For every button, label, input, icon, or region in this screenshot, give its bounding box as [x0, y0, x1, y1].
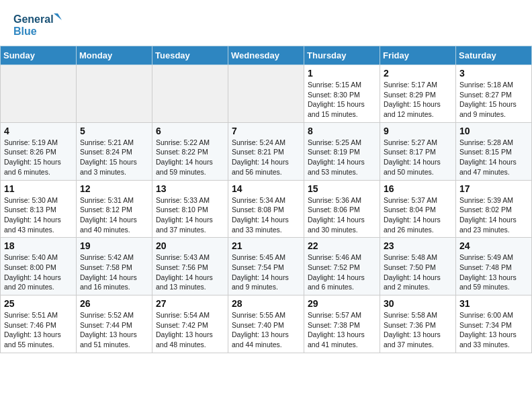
- calendar-day-cell: 11Sunrise: 5:30 AMSunset: 8:13 PMDayligh…: [1, 180, 77, 238]
- day-number: 20: [156, 240, 224, 251]
- svg-marker-1: [54, 13, 62, 20]
- day-info: Sunrise: 5:52 AMSunset: 7:44 PMDaylight:…: [80, 310, 148, 350]
- calendar-day-cell: 30Sunrise: 5:58 AMSunset: 7:36 PMDayligh…: [380, 295, 456, 353]
- logo: GeneralBlue: [13, 11, 67, 40]
- calendar-day-cell: 12Sunrise: 5:31 AMSunset: 8:12 PMDayligh…: [77, 180, 152, 238]
- day-number: 9: [384, 126, 452, 136]
- day-number: 18: [4, 240, 73, 251]
- calendar-day-cell: 18Sunrise: 5:40 AMSunset: 8:00 PMDayligh…: [1, 238, 77, 295]
- day-number: 28: [232, 298, 300, 309]
- calendar-day-cell: 1Sunrise: 5:15 AMSunset: 8:30 PMDaylight…: [304, 65, 380, 123]
- day-info: Sunrise: 5:30 AMSunset: 8:13 PMDaylight:…: [4, 195, 73, 235]
- calendar-day-cell: 25Sunrise: 5:51 AMSunset: 7:46 PMDayligh…: [1, 295, 77, 353]
- day-info: Sunrise: 5:24 AMSunset: 8:21 PMDaylight:…: [232, 138, 300, 177]
- day-number: 22: [308, 240, 376, 251]
- calendar-week-row: 11Sunrise: 5:30 AMSunset: 8:13 PMDayligh…: [1, 180, 532, 238]
- weekday-header: Saturday: [456, 46, 532, 65]
- day-number: 12: [80, 183, 148, 194]
- day-number: 4: [4, 126, 73, 136]
- day-info: Sunrise: 5:21 AMSunset: 8:24 PMDaylight:…: [80, 138, 148, 177]
- day-info: Sunrise: 5:48 AMSunset: 7:50 PMDaylight:…: [384, 253, 452, 292]
- calendar-day-cell: 14Sunrise: 5:34 AMSunset: 8:08 PMDayligh…: [228, 180, 304, 238]
- weekday-header: Wednesday: [228, 46, 304, 65]
- calendar-day-cell: [1, 65, 77, 123]
- day-number: 15: [308, 183, 376, 194]
- day-number: 5: [80, 126, 148, 136]
- calendar-day-cell: [77, 65, 152, 123]
- calendar-day-cell: 13Sunrise: 5:33 AMSunset: 8:10 PMDayligh…: [152, 180, 228, 238]
- weekday-header: Thursday: [304, 46, 380, 65]
- day-info: Sunrise: 5:51 AMSunset: 7:46 PMDaylight:…: [4, 310, 73, 350]
- calendar-day-cell: 7Sunrise: 5:24 AMSunset: 8:21 PMDaylight…: [228, 122, 304, 180]
- day-number: 14: [232, 183, 300, 194]
- calendar-day-cell: 31Sunrise: 6:00 AMSunset: 7:34 PMDayligh…: [456, 295, 532, 353]
- day-info: Sunrise: 5:40 AMSunset: 8:00 PMDaylight:…: [4, 253, 73, 292]
- day-info: Sunrise: 5:31 AMSunset: 8:12 PMDaylight:…: [80, 195, 148, 235]
- day-info: Sunrise: 6:00 AMSunset: 7:34 PMDaylight:…: [459, 310, 528, 350]
- day-number: 25: [4, 298, 73, 309]
- day-info: Sunrise: 5:39 AMSunset: 8:02 PMDaylight:…: [459, 195, 528, 235]
- day-number: 13: [156, 183, 224, 194]
- day-info: Sunrise: 5:57 AMSunset: 7:38 PMDaylight:…: [308, 310, 376, 350]
- day-number: 27: [156, 298, 224, 309]
- day-info: Sunrise: 5:42 AMSunset: 7:58 PMDaylight:…: [80, 253, 148, 292]
- weekday-header: Sunday: [1, 46, 77, 65]
- calendar-day-cell: 21Sunrise: 5:45 AMSunset: 7:54 PMDayligh…: [228, 238, 304, 295]
- calendar-day-cell: 9Sunrise: 5:27 AMSunset: 8:17 PMDaylight…: [380, 122, 456, 180]
- calendar-day-cell: 2Sunrise: 5:17 AMSunset: 8:29 PMDaylight…: [380, 65, 456, 123]
- calendar-day-cell: 26Sunrise: 5:52 AMSunset: 7:44 PMDayligh…: [77, 295, 152, 353]
- day-info: Sunrise: 5:34 AMSunset: 8:08 PMDaylight:…: [232, 195, 300, 235]
- calendar-day-cell: 17Sunrise: 5:39 AMSunset: 8:02 PMDayligh…: [456, 180, 532, 238]
- calendar-week-row: 4Sunrise: 5:19 AMSunset: 8:26 PMDaylight…: [1, 122, 532, 180]
- calendar-day-cell: [152, 65, 228, 123]
- calendar-week-row: 25Sunrise: 5:51 AMSunset: 7:46 PMDayligh…: [1, 295, 532, 353]
- calendar-day-cell: 28Sunrise: 5:55 AMSunset: 7:40 PMDayligh…: [228, 295, 304, 353]
- calendar-day-cell: 8Sunrise: 5:25 AMSunset: 8:19 PMDaylight…: [304, 122, 380, 180]
- calendar-day-cell: 5Sunrise: 5:21 AMSunset: 8:24 PMDaylight…: [77, 122, 152, 180]
- calendar-day-cell: 4Sunrise: 5:19 AMSunset: 8:26 PMDaylight…: [1, 122, 77, 180]
- logo-icon: GeneralBlue: [13, 11, 67, 40]
- calendar-day-cell: 15Sunrise: 5:36 AMSunset: 8:06 PMDayligh…: [304, 180, 380, 238]
- day-info: Sunrise: 5:45 AMSunset: 7:54 PMDaylight:…: [232, 253, 300, 292]
- day-number: 7: [232, 126, 300, 136]
- day-info: Sunrise: 5:28 AMSunset: 8:15 PMDaylight:…: [459, 138, 528, 177]
- day-info: Sunrise: 5:37 AMSunset: 8:04 PMDaylight:…: [384, 195, 452, 235]
- svg-text:General: General: [13, 13, 54, 25]
- day-info: Sunrise: 5:18 AMSunset: 8:27 PMDaylight:…: [459, 80, 528, 120]
- day-number: 26: [80, 298, 148, 309]
- day-number: 2: [384, 68, 452, 79]
- day-number: 29: [308, 298, 376, 309]
- day-info: Sunrise: 5:22 AMSunset: 8:22 PMDaylight:…: [156, 138, 224, 177]
- day-number: 11: [4, 183, 73, 194]
- calendar-day-cell: [228, 65, 304, 123]
- day-number: 31: [459, 298, 528, 309]
- day-number: 10: [459, 126, 528, 136]
- calendar-day-cell: 3Sunrise: 5:18 AMSunset: 8:27 PMDaylight…: [456, 65, 532, 123]
- day-info: Sunrise: 5:25 AMSunset: 8:19 PMDaylight:…: [308, 138, 376, 177]
- calendar-week-row: 18Sunrise: 5:40 AMSunset: 8:00 PMDayligh…: [1, 238, 532, 295]
- calendar-day-cell: 29Sunrise: 5:57 AMSunset: 7:38 PMDayligh…: [304, 295, 380, 353]
- day-number: 17: [459, 183, 528, 194]
- day-info: Sunrise: 5:58 AMSunset: 7:36 PMDaylight:…: [384, 310, 452, 350]
- day-number: 24: [459, 240, 528, 251]
- day-info: Sunrise: 5:17 AMSunset: 8:29 PMDaylight:…: [384, 80, 452, 120]
- calendar-week-row: 1Sunrise: 5:15 AMSunset: 8:30 PMDaylight…: [1, 65, 532, 123]
- day-number: 19: [80, 240, 148, 251]
- weekday-header: Monday: [77, 46, 152, 65]
- svg-text:Blue: Blue: [13, 26, 37, 37]
- day-number: 3: [459, 68, 528, 79]
- calendar-day-cell: 10Sunrise: 5:28 AMSunset: 8:15 PMDayligh…: [456, 122, 532, 180]
- day-info: Sunrise: 5:19 AMSunset: 8:26 PMDaylight:…: [4, 138, 73, 177]
- calendar-day-cell: 16Sunrise: 5:37 AMSunset: 8:04 PMDayligh…: [380, 180, 456, 238]
- calendar-day-cell: 19Sunrise: 5:42 AMSunset: 7:58 PMDayligh…: [77, 238, 152, 295]
- day-number: 1: [308, 68, 376, 79]
- calendar-day-cell: 22Sunrise: 5:46 AMSunset: 7:52 PMDayligh…: [304, 238, 380, 295]
- day-info: Sunrise: 5:33 AMSunset: 8:10 PMDaylight:…: [156, 195, 224, 235]
- day-number: 8: [308, 126, 376, 136]
- day-number: 30: [384, 298, 452, 309]
- page-header: GeneralBlue: [0, 0, 532, 46]
- weekday-header: Friday: [380, 46, 456, 65]
- weekday-header: Tuesday: [152, 46, 228, 65]
- calendar-day-cell: 24Sunrise: 5:49 AMSunset: 7:48 PMDayligh…: [456, 238, 532, 295]
- day-info: Sunrise: 5:27 AMSunset: 8:17 PMDaylight:…: [384, 138, 452, 177]
